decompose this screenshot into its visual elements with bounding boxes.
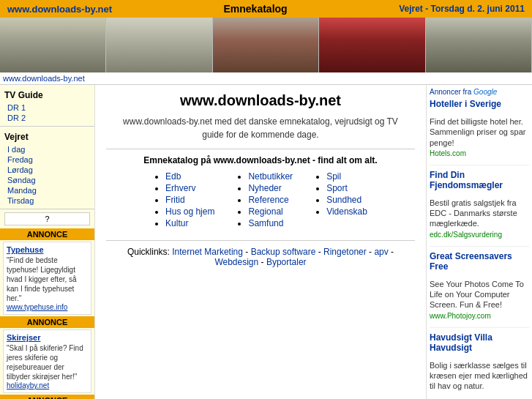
breadcrumb-bar: www.downloads-by.net <box>0 72 532 85</box>
cat-col-1: Edb Erhverv Fritid Hus og hjem Kultur <box>154 171 214 230</box>
google-brand: Google <box>473 88 497 96</box>
cat-netbutikker[interactable]: Netbutikker <box>248 171 293 182</box>
sidebar-link-tirsdag[interactable]: Tirsdag <box>0 195 94 206</box>
sidebar-link-dr1[interactable]: DR 1 <box>0 102 94 113</box>
cat-sundhed[interactable]: Sundhed <box>326 195 361 205</box>
right-ad-screensavers-body: See Your Photos Come To Life on Your Com… <box>430 279 529 310</box>
right-sidebar: Annoncer fra Google Hoteller i Sverige F… <box>426 85 532 399</box>
categories-grid: Edb Erhverv Fritid Hus og hjem Kultur Ne… <box>106 171 415 230</box>
vejret-title: Vejret <box>0 130 94 144</box>
top-bar: www.downloads-by.net Emnekatalog Vejret … <box>0 0 532 18</box>
annonce-label-2: ANNONCE <box>0 316 94 328</box>
page-title: www.downloads-by.net <box>106 92 415 109</box>
cat-kultur[interactable]: Kultur <box>165 218 188 228</box>
right-ad-ejendom-body: Bestil gratis salgstjek fra EDC - Danmar… <box>430 198 529 229</box>
right-ad-hoteller-url: Hotels.com <box>430 149 529 157</box>
main-content: www.downloads-by.net www.downloads-by.ne… <box>95 85 426 399</box>
sidebar-link-sondag[interactable]: Søndag <box>0 175 94 185</box>
sidebar-ad-skirejser: Skirejser "Skal I på skiferie? Find jere… <box>3 329 91 393</box>
ql-internet-marketing[interactable]: Internet Marketing <box>172 247 243 257</box>
google-ads-label: Annoncer fra Google <box>430 88 529 96</box>
question-box[interactable]: ? <box>4 212 90 225</box>
right-ad-ejendom: Find Din Fjendomsmægler Bestil gratis sa… <box>430 170 529 239</box>
right-divider-3 <box>430 327 529 328</box>
banner-img-3 <box>213 18 319 72</box>
sidebar-ad-typehuse: Typehuse "Find de bedste typehuse! Ligeg… <box>3 242 91 315</box>
right-ad-hoteller-body: Find det billigste hotel her. Sammenlign… <box>430 116 529 148</box>
banner-img-4 <box>319 18 425 72</box>
typehuse-url[interactable]: www.typehuse.info <box>7 303 67 311</box>
left-sidebar: TV Guide DR 1 DR 2 Vejret I dag Fredag L… <box>0 85 95 399</box>
typehuse-text: "Find de bedste typehuse! Ligegyldigt hv… <box>7 256 88 303</box>
sidebar-link-lordag[interactable]: Lørdag <box>0 165 94 175</box>
sidebar-divider-2 <box>0 209 94 209</box>
emnekatalog-label: Emnekatalog <box>224 3 288 15</box>
right-ad-villa-body: Bolig i særklasse sælges til kræsen ejer… <box>430 360 529 392</box>
sidebar-link-fredag[interactable]: Fredag <box>0 154 94 165</box>
emnekatalog-title: Emnekatalog på www.downloads-by.net - fi… <box>106 155 415 165</box>
main-layout: TV Guide DR 1 DR 2 Vejret I dag Fredag L… <box>0 85 532 399</box>
ql-webdesign[interactable]: Webdesign <box>214 257 258 267</box>
sidebar-link-idag[interactable]: I dag <box>0 144 94 154</box>
tv-guide-title: TV Guide <box>0 88 94 102</box>
cat-col-2: Netbutikker Nyheder Reference Regional S… <box>236 171 293 230</box>
ql-ringetoner[interactable]: Ringetoner <box>323 247 367 257</box>
right-ad-screensavers-title[interactable]: Great Screensavers Free <box>430 251 529 272</box>
separator-1 <box>106 149 415 149</box>
right-ad-ejendom-title[interactable]: Find Din Fjendomsmægler <box>430 170 529 190</box>
right-ad-hoteller: Hoteller i Sverige Find det billigste ho… <box>430 99 529 157</box>
cat-hus-og-hjem[interactable]: Hus og hjem <box>165 206 214 217</box>
cat-sport[interactable]: Sport <box>326 183 348 193</box>
cat-fritid[interactable]: Fritid <box>165 195 185 205</box>
cat-col-3: Spil Sport Sundhed Videnskab <box>315 171 367 230</box>
cat-videnskab[interactable]: Videnskab <box>326 206 367 217</box>
skirejser-text: "Skal I på skiferie? Find jeres skiferie… <box>7 343 88 381</box>
banner-img-5 <box>426 18 532 72</box>
banner <box>0 18 532 72</box>
quicklinks-prefix: Quicklinks: <box>127 247 172 257</box>
right-divider-1 <box>430 165 529 165</box>
banner-img-2 <box>106 18 212 72</box>
right-ad-screensavers-url: www.Photojoy.com <box>430 312 529 320</box>
right-ad-villa-title[interactable]: Havudsigt Villa Havudsigt <box>430 332 529 353</box>
sidebar-link-dr2[interactable]: DR 2 <box>0 113 94 123</box>
cat-reference[interactable]: Reference <box>248 195 288 205</box>
banner-img-1 <box>0 18 106 72</box>
right-divider-2 <box>430 246 529 247</box>
cat-samfund[interactable]: Samfund <box>248 218 283 228</box>
sidebar-link-mandag[interactable]: Mandag <box>0 185 94 195</box>
annonce-label-3: ANNONCE <box>0 395 94 399</box>
ql-backup-software[interactable]: Backup software <box>251 247 316 257</box>
page-description: www.downloads-by.net med det danske emne… <box>106 115 415 141</box>
quicklinks: Quicklinks: Internet Marketing - Backup … <box>106 240 415 267</box>
cat-regional[interactable]: Regional <box>248 206 282 217</box>
right-ad-screensavers: Great Screensavers Free See Your Photos … <box>430 251 529 320</box>
breadcrumb-link[interactable]: www.downloads-by.net <box>3 74 85 83</box>
cat-nyheder[interactable]: Nyheder <box>248 183 281 193</box>
cat-erhverv[interactable]: Erhverv <box>165 183 195 193</box>
weather-label: Vejret - Torsdag d. 2. juni 2011 <box>399 4 525 14</box>
right-ad-hoteller-title[interactable]: Hoteller i Sverige <box>430 99 529 109</box>
annonce-label-1: ANNONCE <box>0 228 94 240</box>
site-name-topbar[interactable]: www.downloads-by.net <box>7 4 112 15</box>
right-ad-villa: Havudsigt Villa Havudsigt Bolig i særkla… <box>430 332 529 392</box>
cat-edb[interactable]: Edb <box>165 171 181 182</box>
sidebar-divider-1 <box>0 126 94 127</box>
ql-byportaler[interactable]: Byportaler <box>266 257 307 267</box>
skirejser-url[interactable]: holidayby.net <box>7 381 49 389</box>
cat-spil[interactable]: Spil <box>326 171 341 182</box>
skirejser-title[interactable]: Skirejser <box>7 333 88 342</box>
ql-apv[interactable]: apv <box>374 247 388 257</box>
typehuse-title[interactable]: Typehuse <box>7 245 88 254</box>
right-ad-ejendom-url: edc.dk/Salgsvurdering <box>430 231 529 239</box>
